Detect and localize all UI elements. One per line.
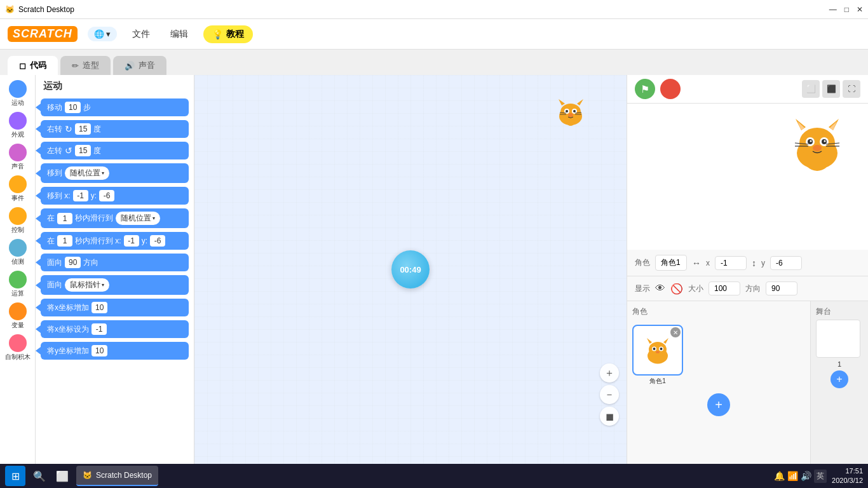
- sprites-list: ✕: [632, 325, 805, 386]
- category-myblocks[interactable]: 自制积木: [5, 334, 31, 361]
- zoom-out-button[interactable]: －: [600, 385, 619, 404]
- backdrop-header: 舞台: [816, 306, 863, 317]
- svg-point-24: [824, 140, 826, 142]
- zoom-in-button[interactable]: ＋: [600, 363, 619, 383]
- clock-time: 17:51: [832, 466, 863, 476]
- stage-canvas[interactable]: 00:49 ＋ － ◼: [194, 75, 627, 464]
- size-label: 大小: [688, 283, 703, 294]
- globe-icon: 🌐: [94, 29, 104, 39]
- green-flag-button[interactable]: ⚑: [635, 79, 655, 99]
- maximize-button[interactable]: □: [844, 5, 849, 14]
- zoom-reset-button[interactable]: ◼: [600, 407, 619, 426]
- scratch-taskbar-app[interactable]: 🐱 Scratch Desktop: [76, 466, 158, 486]
- titlebar-controls: — □ ✕: [829, 5, 863, 14]
- scratch-app-label: Scratch Desktop: [96, 471, 152, 480]
- size-value-display[interactable]: 100: [709, 281, 740, 295]
- block-move[interactable]: 移动 10 步: [41, 98, 189, 116]
- block-change-y[interactable]: 将y坐标增加 10: [41, 342, 189, 360]
- tray-icon-1: 🔔: [774, 471, 785, 481]
- stop-button[interactable]: [660, 79, 681, 99]
- backdrop-thumbnail[interactable]: [816, 320, 860, 358]
- show-visible-button[interactable]: 👁: [655, 283, 665, 294]
- direction-value-display[interactable]: 90: [766, 281, 797, 295]
- category-sensing[interactable]: 侦测: [9, 239, 27, 266]
- category-events[interactable]: 事件: [9, 175, 27, 202]
- taskbar-right: 🔔 📶 🔊 英 17:51 2020/3/12: [774, 466, 863, 486]
- block-glide-to[interactable]: 在 1 秒内滑行到 随机位置 ▾: [41, 208, 189, 228]
- block-set-x[interactable]: 将x坐标设为 -1: [41, 320, 189, 338]
- tab-costume[interactable]: ✏ 造型: [60, 56, 111, 75]
- sprite-label: 角色: [635, 257, 650, 268]
- block-face-direction[interactable]: 面向 90 方向: [41, 254, 189, 271]
- sprite-info-bar: 角色 角色1 ↔ x -1 ↕ y -6: [627, 250, 868, 276]
- svg-point-7: [573, 110, 576, 112]
- close-button[interactable]: ✕: [857, 5, 863, 14]
- sprite-thumbnail-svg: [642, 334, 674, 366]
- taskbar: ⊞ 🔍 ⬜ 🐱 Scratch Desktop 🔔 📶 🔊 英 17:51 20…: [0, 464, 868, 488]
- sprite-name-display[interactable]: 角色1: [655, 255, 687, 271]
- sprites-header: 角色: [632, 306, 648, 317]
- svg-marker-2: [559, 99, 565, 105]
- y-value-display[interactable]: -6: [770, 256, 802, 270]
- category-motion[interactable]: 运动: [9, 80, 27, 107]
- sprite-info-bar-2: 显示 👁 🚫 大小 100 方向 90: [627, 276, 868, 301]
- edit-menu[interactable]: 编辑: [165, 26, 193, 43]
- category-looks[interactable]: 外观: [9, 112, 27, 139]
- add-backdrop-area: +: [816, 370, 863, 388]
- language-selector[interactable]: 🌐 ▾: [88, 27, 117, 41]
- svg-point-25: [813, 145, 822, 151]
- code-tab-label: 代码: [30, 60, 46, 71]
- tutorials-button[interactable]: 💡 教程: [203, 25, 253, 43]
- window-icon: 🐱: [5, 5, 15, 14]
- blocks-panel: 运动 移动 10 步 右转 ↻ 15 度 左转 ↺ 15 度 移到 随机位置 ▾: [36, 75, 194, 464]
- minimize-button[interactable]: —: [829, 5, 837, 14]
- category-sound[interactable]: 声音: [9, 144, 27, 170]
- cat-small-svg: [553, 94, 588, 129]
- tutorials-label: 教程: [226, 29, 244, 40]
- show-label: 显示: [635, 283, 650, 294]
- list-item: ✕: [632, 325, 683, 386]
- x-axis-icon: ↔: [692, 258, 701, 268]
- block-goto[interactable]: 移到 随机位置 ▾: [41, 163, 189, 183]
- add-backdrop-button[interactable]: +: [831, 370, 848, 388]
- search-taskbar-button[interactable]: 🔍: [31, 467, 48, 485]
- timer-value: 00:49: [400, 265, 421, 274]
- sound-tab-icon: 🔊: [125, 61, 135, 71]
- add-sprite-button[interactable]: +: [707, 393, 730, 416]
- tray-icon-3: 🔊: [801, 471, 811, 481]
- stage-controls: ＋ － ◼: [600, 363, 619, 426]
- file-menu[interactable]: 文件: [127, 26, 155, 43]
- block-glide-xy[interactable]: 在 1 秒内滑行到 x: -1 y: -6: [41, 232, 189, 250]
- svg-point-6: [566, 110, 568, 112]
- category-operators[interactable]: 运算: [9, 271, 27, 297]
- titlebar-left: 🐱 Scratch Desktop: [5, 5, 74, 14]
- sprites-header-row: 角色: [632, 306, 805, 321]
- category-control[interactable]: 控制: [9, 207, 27, 234]
- preview-cat-sprite: [785, 110, 849, 176]
- stage-header: ⚑ ⬜ ⬛ ⛶: [627, 75, 868, 104]
- fullscreen-button[interactable]: ⛶: [843, 80, 860, 98]
- block-turn-left[interactable]: 左转 ↺ 15 度: [41, 142, 189, 159]
- svg-marker-33: [663, 338, 668, 344]
- search-icon: 🔍: [33, 470, 46, 482]
- small-cat-sprite: [553, 94, 588, 132]
- block-goto-xy[interactable]: 移到 x: -1 y: -6: [41, 187, 189, 205]
- sprite-item-1[interactable]: ✕: [632, 325, 683, 376]
- block-face-mouse[interactable]: 面向 鼠标指针 ▾: [41, 275, 189, 295]
- big-stage-button[interactable]: ⬛: [822, 80, 840, 98]
- category-variables[interactable]: 变量: [9, 302, 27, 329]
- x-value-display[interactable]: -1: [715, 256, 747, 270]
- start-button[interactable]: ⊞: [5, 466, 25, 486]
- block-turn-right[interactable]: 右转 ↻ 15 度: [41, 120, 189, 138]
- task-view-button[interactable]: ⬜: [53, 467, 71, 485]
- block-change-x[interactable]: 将x坐标增加 10: [41, 299, 189, 316]
- tab-code[interactable]: ◻ 代码: [8, 56, 58, 75]
- view-buttons: ⬜ ⬛ ⛶: [802, 80, 860, 98]
- sprite-delete-button[interactable]: ✕: [670, 327, 681, 337]
- normal-view-button[interactable]: ⬜: [802, 80, 820, 98]
- show-hidden-button[interactable]: 🚫: [670, 283, 683, 295]
- timer-display: 00:49: [391, 250, 430, 288]
- backdrop-count: 1: [816, 360, 863, 368]
- windows-icon: ⊞: [11, 470, 20, 482]
- tab-sound[interactable]: 🔊 声音: [113, 56, 166, 75]
